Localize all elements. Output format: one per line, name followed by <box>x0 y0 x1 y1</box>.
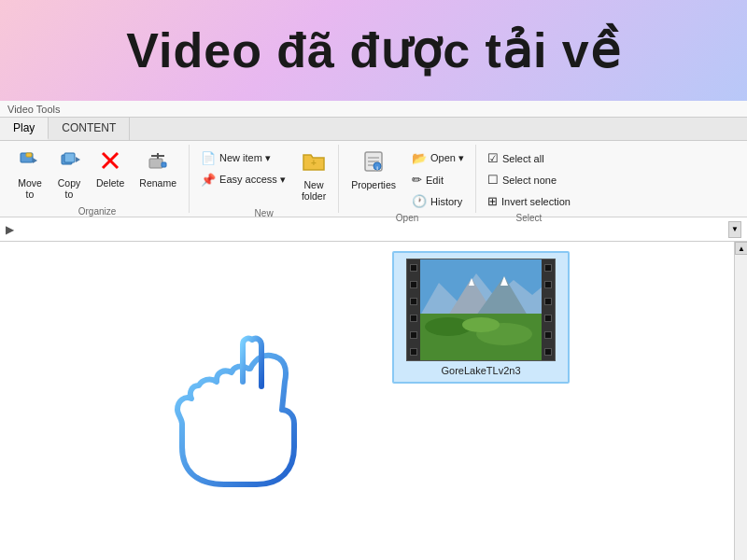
film-hole <box>410 298 417 305</box>
select-none-label: Select none <box>502 175 557 186</box>
history-icon: 🕐 <box>412 194 427 208</box>
history-button[interactable]: 🕐 History <box>406 191 470 211</box>
video-file-icon[interactable]: GoreLakeTLv2n3 <box>392 251 570 384</box>
film-hole <box>410 331 417 339</box>
svg-text:+: + <box>311 158 317 168</box>
main-scrollbar[interactable]: ▲ ▼ <box>734 242 747 560</box>
video-thumbnail <box>406 259 556 361</box>
tab-content[interactable]: CONTENT <box>49 118 130 140</box>
easy-access-icon: 📌 <box>201 173 216 187</box>
film-hole <box>410 315 417 322</box>
new-label: New <box>255 206 274 218</box>
delete-icon <box>99 149 121 175</box>
organize-buttons: Moveto Copyto <box>11 145 183 204</box>
video-tools-label: Video Tools <box>7 104 60 115</box>
video-tools-bar: Video Tools <box>0 101 747 118</box>
invert-selection-button[interactable]: ⊞ Invert selection <box>482 191 576 211</box>
properties-icon: i <box>361 149 386 177</box>
film-hole <box>544 315 552 322</box>
film-hole <box>410 281 417 288</box>
edit-label: Edit <box>426 175 444 186</box>
delete-label: Delete <box>96 177 124 189</box>
scroll-up-button[interactable]: ▲ <box>735 242 747 255</box>
header-title: Video đã được tải về <box>126 22 620 78</box>
main-area: GoreLakeTLv2n3 ▲ ▼ <box>0 242 747 560</box>
ribbon-group-open: i Properties 📂 Open ▾ ✏ Edit 🕐 History <box>339 145 476 213</box>
select-all-button[interactable]: ☑ Select all <box>482 148 576 168</box>
easy-access-label: Easy access ▾ <box>219 174 286 186</box>
film-strip-right <box>542 259 555 360</box>
easy-access-button[interactable]: 📌 Easy access ▾ <box>195 170 291 189</box>
open-label: Open <box>396 211 418 223</box>
scroll-track <box>735 255 747 560</box>
move-to-button[interactable]: Moveto <box>11 145 49 204</box>
select-all-icon: ☑ <box>487 151 499 165</box>
address-bar[interactable]: ▶ ▼ <box>0 217 747 242</box>
video-landscape <box>420 259 542 360</box>
svg-point-28 <box>462 317 500 332</box>
select-none-button[interactable]: ☐ Select none <box>482 170 576 189</box>
history-label: History <box>430 196 462 207</box>
copy-to-label: Copyto <box>58 177 81 200</box>
ribbon-content: Moveto Copyto <box>0 141 747 217</box>
film-hole <box>544 281 552 288</box>
select-label: Select <box>516 211 543 223</box>
organize-label: Organize <box>78 204 117 217</box>
tab-play[interactable]: Play <box>0 118 49 140</box>
select-all-label: Select all <box>502 153 544 164</box>
film-hole <box>410 264 417 272</box>
edit-button[interactable]: ✏ Edit <box>406 170 470 189</box>
open-label: Open ▾ <box>430 152 464 164</box>
rename-icon <box>147 149 169 175</box>
properties-button[interactable]: i Properties <box>345 145 402 195</box>
address-text: ▶ <box>6 223 21 236</box>
rename-button[interactable]: Rename <box>133 145 183 193</box>
edit-icon: ✏ <box>412 173 422 187</box>
open-button[interactable]: 📂 Open ▾ <box>406 148 470 168</box>
new-folder-button[interactable]: + Newfolder <box>295 145 332 206</box>
new-folder-label: Newfolder <box>302 179 326 202</box>
select-none-icon: ☐ <box>487 173 499 187</box>
delete-button[interactable]: Delete <box>90 145 131 193</box>
invert-selection-icon: ⊞ <box>487 194 498 208</box>
film-hole <box>544 331 552 339</box>
ribbon-group-new: 📄 New item ▾ 📌 Easy access ▾ + Newfolder <box>190 145 339 213</box>
film-hole <box>544 298 552 305</box>
move-to-label: Moveto <box>18 177 42 200</box>
svg-rect-4 <box>64 153 75 162</box>
film-strip-left <box>407 259 420 360</box>
ribbon-group-organize: Moveto Copyto <box>6 145 190 213</box>
copy-to-button[interactable]: Copyto <box>50 145 88 204</box>
new-item-icon: 📄 <box>201 151 216 165</box>
svg-marker-2 <box>33 158 37 163</box>
svg-marker-5 <box>76 157 80 162</box>
new-folder-icon: + <box>302 149 326 177</box>
open-icon: 📂 <box>412 151 427 165</box>
dropdown-arrow-icon: ▼ <box>731 225 739 233</box>
svg-rect-11 <box>162 162 166 167</box>
film-hole <box>544 264 552 272</box>
hand-cursor-icon <box>149 335 336 503</box>
header-banner: Video đã được tải về <box>0 0 747 101</box>
invert-selection-label: Invert selection <box>501 196 571 207</box>
rename-label: Rename <box>139 177 176 189</box>
video-file-name: GoreLakeTLv2n3 <box>442 365 521 376</box>
properties-label: Properties <box>351 179 396 190</box>
svg-rect-1 <box>26 153 32 157</box>
new-item-button[interactable]: 📄 New item ▾ <box>195 148 291 168</box>
ribbon-group-select: ☑ Select all ☐ Select none ⊞ Invert sele… <box>476 145 582 213</box>
svg-rect-8 <box>149 159 162 168</box>
copy-to-icon <box>58 149 80 175</box>
film-hole <box>544 348 552 356</box>
new-item-label: New item ▾ <box>219 152 271 164</box>
ribbon-tabs: Play CONTENT <box>0 118 747 141</box>
move-to-icon <box>19 149 41 175</box>
film-hole <box>410 348 417 356</box>
address-bar-dropdown[interactable]: ▼ <box>728 221 741 238</box>
